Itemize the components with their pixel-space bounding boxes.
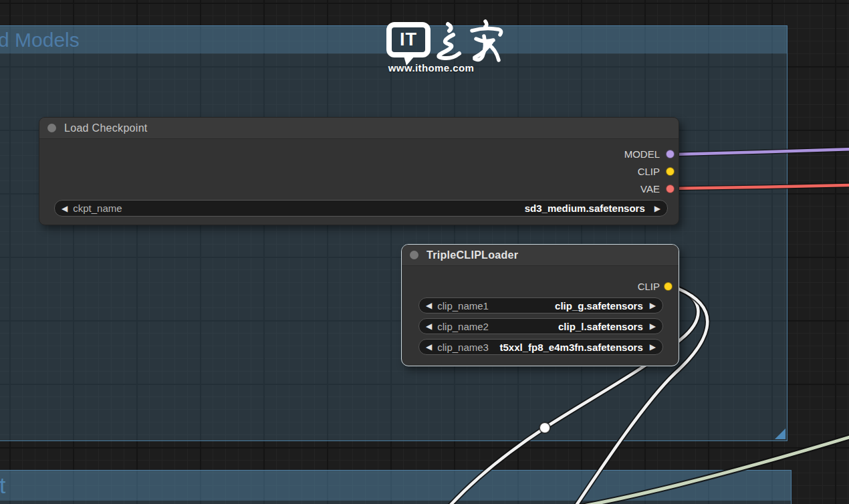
link-midpoint-dot[interactable] <box>539 422 550 433</box>
output-label: CLIP <box>638 166 660 177</box>
widget-value: clip_g.safetensors <box>555 300 643 311</box>
widget-label: clip_name2 <box>437 321 489 332</box>
node-header[interactable]: Load Checkpoint <box>39 118 679 139</box>
node-title: Load Checkpoint <box>64 122 148 134</box>
output-label: MODEL <box>624 148 660 160</box>
node-triple-clip-loader[interactable]: TripleCLIPLoader CLIP ◀ clip_name1 clip_… <box>401 244 679 366</box>
ithome-url: www.ithome.com <box>374 62 488 74</box>
widget-label: clip_name3 <box>437 342 489 353</box>
widget-label: ckpt_name <box>73 203 122 214</box>
widget-value: t5xxl_fp8_e4m3fn.safetensors <box>499 342 642 353</box>
output-row-clip: CLIP <box>39 163 679 180</box>
clip-port-icon[interactable] <box>666 167 675 176</box>
output-row-clip: CLIP <box>402 278 679 295</box>
decrement-arrow-icon[interactable]: ◀ <box>62 205 68 213</box>
increment-arrow-icon[interactable]: ▶ <box>650 301 656 309</box>
ithome-logo-text: IT <box>400 29 417 50</box>
ithome-cjk-glyphs <box>433 19 507 66</box>
output-label: CLIP <box>638 281 660 292</box>
node-title: TripleCLIPLoader <box>427 249 518 261</box>
outputs: CLIP <box>402 278 679 295</box>
ithome-watermark: IT www.ithome.com <box>374 17 508 79</box>
offscreen-link <box>565 434 849 504</box>
increment-arrow-icon[interactable]: ▶ <box>650 322 656 330</box>
collapse-dot-icon[interactable] <box>410 251 418 259</box>
clip-name3-widget[interactable]: ◀ clip_name3 t5xxl_fp8_e4m3fn.safetensor… <box>418 339 663 355</box>
clip-port-icon[interactable] <box>664 282 673 291</box>
decrement-arrow-icon[interactable]: ◀ <box>426 301 432 309</box>
increment-arrow-icon[interactable]: ▶ <box>654 205 660 213</box>
vae-port-icon[interactable] <box>666 184 675 193</box>
widget-label: clip_name1 <box>437 300 489 311</box>
increment-arrow-icon[interactable]: ▶ <box>650 343 656 351</box>
outputs: MODEL CLIP VAE <box>39 146 679 198</box>
output-row-vae: VAE <box>39 180 679 198</box>
ithome-logo-icon: IT <box>386 22 431 57</box>
widget-value: clip_l.safetensors <box>558 321 643 332</box>
output-row-model: MODEL <box>39 146 679 163</box>
collapse-dot-icon[interactable] <box>47 124 56 132</box>
decrement-arrow-icon[interactable]: ◀ <box>426 322 432 330</box>
decrement-arrow-icon[interactable]: ◀ <box>426 343 432 351</box>
model-port-icon[interactable] <box>666 150 675 158</box>
offscreen-link-outline <box>565 434 849 504</box>
ckpt-name-widget[interactable]: ◀ ckpt_name sd3_medium.safetensors ▶ <box>54 200 668 217</box>
node-graph-canvas[interactable]: d Models t Load Checkpoint <box>0 0 849 504</box>
node-load-checkpoint[interactable]: Load Checkpoint MODEL CLIP VAE ◀ ckpt_na… <box>39 117 679 225</box>
clip-name1-widget[interactable]: ◀ clip_name1 clip_g.safetensors ▶ <box>418 297 663 313</box>
output-label: VAE <box>640 183 660 195</box>
node-header[interactable]: TripleCLIPLoader <box>402 245 679 266</box>
widget-value: sd3_medium.safetensors <box>525 203 645 214</box>
clip-name2-widget[interactable]: ◀ clip_name2 clip_l.safetensors ▶ <box>418 318 663 334</box>
